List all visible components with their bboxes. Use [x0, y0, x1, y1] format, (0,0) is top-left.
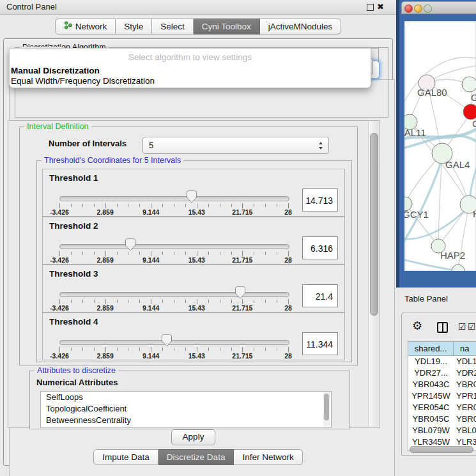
threshold-label: Threshold 4 — [49, 317, 98, 326]
scale-label: -3.426 — [50, 256, 69, 264]
close-icon[interactable]: ✖ — [377, 0, 384, 14]
column-header-shared[interactable]: shared... — [408, 342, 454, 356]
slider-tick — [59, 299, 60, 304]
slider-thumb[interactable] — [186, 190, 197, 203]
tab-infer-network[interactable]: Infer Network — [234, 449, 302, 465]
attribute-list-item[interactable]: TopologicalCoefficient — [41, 403, 331, 415]
slider-tick — [254, 348, 254, 351]
slider-tick — [277, 300, 277, 303]
cell-name: YDL1 — [456, 356, 476, 367]
slider-tick — [117, 204, 118, 207]
cell-shared-name: YBR045C — [408, 413, 454, 425]
tab-style[interactable]: Style — [116, 19, 152, 35]
split-view-icon[interactable] — [437, 322, 448, 333]
attributes-scrollbar[interactable] — [323, 392, 330, 427]
tab-network[interactable]: Network — [55, 19, 116, 35]
table-row[interactable]: YDR27...YDR2 — [408, 367, 476, 379]
table-row[interactable]: YBR045CYBR0 — [408, 413, 476, 425]
network-node-label: C — [472, 118, 476, 129]
network-node-ga[interactable] — [462, 77, 476, 92]
slider-tick — [105, 347, 106, 352]
slider-tick — [162, 348, 163, 351]
tab-jactivemnodules[interactable]: jActiveMNodules — [260, 19, 342, 35]
threshold-value-field[interactable]: 14.713 — [302, 188, 338, 211]
slider-tick — [208, 348, 209, 351]
slider-tick — [71, 252, 72, 255]
horizontal-scrollbar-thumb[interactable] — [410, 446, 473, 453]
close-traffic-light-icon[interactable] — [404, 4, 413, 13]
cell-name: YDR2 — [456, 367, 476, 379]
scale-label: 2.859 — [96, 352, 113, 360]
slider-tick — [174, 300, 174, 303]
numerical-attributes-list[interactable]: SelfLoopsTopologicalCoefficientBetweenne… — [40, 391, 332, 428]
number-of-intervals-combobox[interactable]: 5 — [142, 137, 329, 154]
slider-tick — [220, 348, 220, 351]
slider-thumb[interactable] — [234, 286, 246, 299]
threshold-value-field[interactable]: 6.316 — [302, 236, 338, 259]
float-window-icon[interactable] — [367, 4, 374, 11]
slider-track[interactable] — [59, 340, 289, 345]
network-node-label: GAL11 — [404, 127, 426, 138]
algorithm-option[interactable]: Equal Width/Frequency Discretization — [11, 76, 155, 86]
checkbox-icon[interactable]: ☑ — [468, 321, 476, 332]
slider-tick — [139, 348, 140, 351]
table-row[interactable]: YBR043CYBR0 — [408, 379, 476, 390]
table-row[interactable]: YBL079WYBL0 — [408, 425, 476, 436]
slider-thumb[interactable] — [125, 238, 136, 251]
threshold-value-field[interactable]: 21.4 — [302, 284, 338, 307]
threshold-label: Threshold 2 — [49, 221, 98, 231]
table-row[interactable]: YDL19...YDL1 — [408, 356, 476, 367]
attribute-list-item[interactable]: SelfLoops — [41, 392, 331, 403]
table-row[interactable]: YER054CYER0 — [408, 402, 476, 413]
tab-cyni-toolbox[interactable]: Cyni Toolbox — [194, 19, 260, 35]
slider-tick — [71, 300, 72, 303]
network-node-c[interactable] — [463, 104, 476, 119]
slider-tick — [231, 348, 232, 351]
algorithm-option[interactable]: Manual Discretization — [11, 66, 100, 75]
vertical-scrollbar-thumb[interactable] — [370, 133, 378, 316]
slider-track[interactable] — [59, 244, 289, 249]
zoom-traffic-light-icon[interactable] — [424, 4, 432, 13]
scale-label: -3.426 — [50, 208, 69, 216]
network-node[interactable] — [452, 265, 464, 271]
network-node-label: GAL4 — [445, 159, 470, 170]
tab-select[interactable]: Select — [152, 19, 194, 35]
slider-tick — [288, 299, 289, 304]
slider-tick — [94, 300, 95, 303]
slider-track[interactable] — [59, 196, 289, 201]
slider-tick — [162, 300, 163, 303]
tab-impute-data[interactable]: Impute Data — [93, 449, 158, 465]
slider-tick — [208, 252, 209, 255]
algorithm-placeholder: Select algorithm to view settings — [10, 52, 371, 62]
apply-button[interactable]: Apply — [171, 429, 215, 445]
slider-tick — [242, 251, 243, 256]
slider-tick — [71, 204, 72, 207]
attributes-scrollbar-thumb[interactable] — [324, 394, 329, 420]
checkbox-icon[interactable]: ☑ — [458, 321, 466, 332]
network-window-titlebar[interactable] — [401, 1, 476, 14]
slider-tick — [59, 347, 60, 352]
tab-discretize-data[interactable]: Discretize Data — [158, 449, 234, 465]
scale-label: 28 — [284, 352, 292, 360]
tab-label: Style — [124, 19, 143, 34]
slider-track[interactable] — [59, 292, 289, 297]
gear-icon[interactable]: ⚙ — [412, 320, 422, 332]
vertical-scrollbar[interactable] — [368, 121, 379, 426]
slider-tick — [185, 204, 186, 207]
slider-tick — [59, 203, 60, 208]
slider-tick — [254, 204, 254, 207]
attribute-list-item[interactable]: BetweennessCentrality — [41, 415, 331, 426]
column-header-name[interactable]: na — [454, 342, 476, 356]
cell-shared-name: YDR27... — [408, 367, 454, 379]
node-attribute-table[interactable]: shared... na YDL19...YDL1YDR27...YDR2YBR… — [408, 341, 476, 451]
threshold-value-field[interactable]: 11.344 — [302, 332, 338, 355]
slider-tick — [231, 204, 232, 207]
minimize-traffic-light-icon[interactable] — [414, 4, 422, 13]
slider-tick — [151, 299, 151, 304]
slider-tick — [254, 252, 254, 255]
cell-name: YPR1 — [456, 390, 476, 402]
network-canvas[interactable]: GAL80GACGAL11GAL4GCY1HHAP2 — [404, 21, 476, 271]
table-row[interactable]: YPR145WYPR1 — [408, 390, 476, 402]
slider-thumb[interactable] — [161, 334, 173, 347]
slider-tick — [139, 204, 140, 207]
